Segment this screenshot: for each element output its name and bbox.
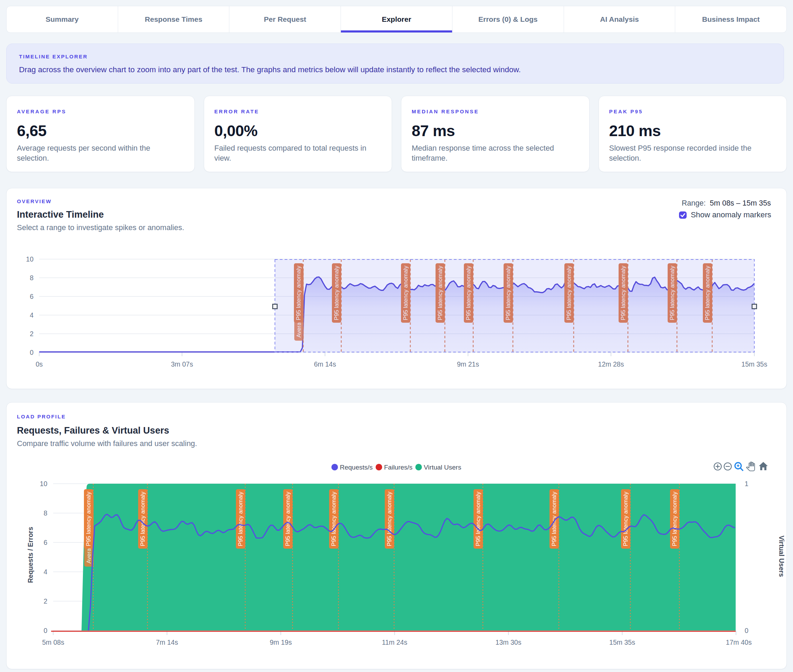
svg-text:1: 1 — [745, 480, 748, 488]
svg-text:P95 latency anomaly: P95 latency anomaly — [285, 492, 291, 546]
svg-text:P95 latency anomaly: P95 latency anomaly — [85, 492, 92, 546]
svg-text:0s: 0s — [35, 360, 43, 368]
svg-text:17m 40s: 17m 40s — [726, 638, 752, 646]
svg-text:5m 08s: 5m 08s — [42, 638, 64, 646]
svg-text:Requests / Errors: Requests / Errors — [27, 527, 34, 583]
svg-text:15m 35s: 15m 35s — [609, 638, 635, 646]
svg-text:P95 latency anomaly: P95 latency anomaly — [237, 492, 244, 546]
svg-text:6m 14s: 6m 14s — [314, 360, 336, 368]
svg-text:0: 0 — [745, 627, 748, 634]
svg-text:Failures/s: Failures/s — [384, 464, 412, 471]
svg-text:4: 4 — [43, 568, 47, 576]
svg-text:15m 35s: 15m 35s — [742, 360, 767, 368]
svg-text:P95 latency anomaly: P95 latency anomaly — [622, 492, 629, 546]
svg-text:Requests/s: Requests/s — [340, 464, 373, 471]
svg-text:6: 6 — [43, 539, 47, 546]
svg-text:P95 latency anomaly: P95 latency anomaly — [331, 492, 337, 546]
svg-text:4: 4 — [30, 311, 34, 319]
svg-text:P95 latency anomaly: P95 latency anomaly — [386, 492, 393, 546]
svg-text:8: 8 — [43, 509, 47, 517]
svg-text:0: 0 — [30, 349, 34, 356]
svg-text:13m 30s: 13m 30s — [496, 638, 521, 646]
svg-text:7m 14s: 7m 14s — [156, 638, 178, 646]
svg-text:10: 10 — [40, 480, 47, 488]
svg-text:6: 6 — [30, 293, 34, 300]
svg-text:P95 latency anomaly: P95 latency anomaly — [475, 492, 481, 546]
svg-text:2: 2 — [43, 597, 47, 605]
svg-text:9m 21s: 9m 21s — [457, 360, 479, 368]
svg-text:8: 8 — [30, 274, 34, 282]
svg-text:12m 28s: 12m 28s — [598, 360, 624, 368]
svg-text:3m 07s: 3m 07s — [171, 360, 193, 368]
svg-text:9m 19s: 9m 19s — [270, 638, 292, 646]
svg-text:P95 latency anomaly: P95 latency anomaly — [139, 492, 146, 546]
svg-text:Virtual Users: Virtual Users — [778, 536, 785, 577]
svg-text:Virtual Users: Virtual Users — [424, 464, 461, 471]
svg-text:2: 2 — [30, 330, 34, 338]
svg-text:P95 latency anomaly: P95 latency anomaly — [671, 492, 678, 546]
svg-text:11m 24s: 11m 24s — [382, 638, 408, 646]
svg-text:10: 10 — [26, 255, 34, 263]
svg-text:0: 0 — [43, 627, 47, 634]
